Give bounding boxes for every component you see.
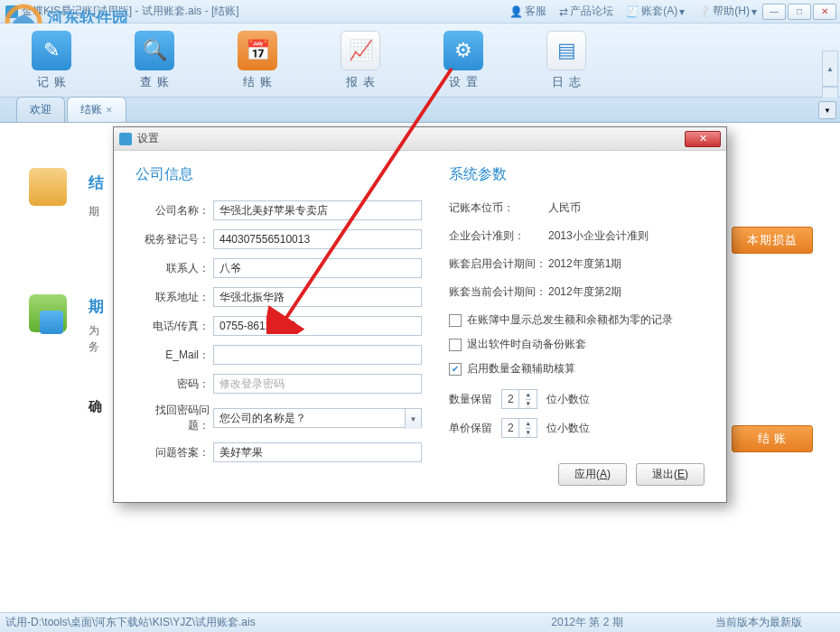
ribbon-record[interactable]: ✎ 记账 [20, 27, 83, 94]
window-close-button[interactable]: ✕ [813, 4, 836, 20]
statusbar-period: 2012年 第 2 期 [497, 615, 677, 630]
value-standard: 2013小企业会计准则 [548, 228, 649, 244]
tabs-dropdown[interactable]: ▼ [818, 101, 836, 119]
label-company: 公司名称 [135, 203, 213, 218]
value-start-period: 2012年度第1期 [548, 256, 621, 272]
label-tax: 税务登记号 [135, 232, 213, 247]
input-answer[interactable] [213, 442, 422, 462]
ribbon-search[interactable]: 🔍 查账 [123, 27, 186, 94]
tab-close-icon[interactable]: ✕ [106, 106, 113, 115]
label-currency: 记账本位币 [449, 200, 548, 216]
label-password: 密码 [135, 376, 213, 392]
window-title: 金蝶KIS易记账[试用版] - 试用账套.ais - [结账] [22, 4, 239, 19]
stepper-qty[interactable]: 2 ▲▼ [501, 389, 537, 409]
ribbon-settings[interactable]: ⚙ 设置 [432, 27, 495, 94]
input-phone[interactable] [213, 316, 422, 336]
bg-text-2: 为 [89, 323, 99, 339]
input-password[interactable] [213, 374, 422, 394]
link-forum[interactable]: ⇄产品论坛 [559, 4, 613, 19]
chevron-down-icon[interactable]: ▼ [405, 409, 421, 429]
combo-question-value: 您公司的名称是？ [219, 411, 306, 426]
dialog-icon [119, 133, 132, 145]
label-qty-pre: 数量保留 [449, 392, 492, 407]
bg-heading-2: 期 [89, 296, 104, 317]
stepper-price-value: 2 [502, 419, 519, 437]
company-info-title: 公司信息 [135, 165, 422, 184]
log-icon: ▤ [546, 31, 586, 70]
card-icon-1 [29, 168, 67, 206]
chart-icon: 📈 [341, 31, 380, 70]
input-tax[interactable] [213, 229, 422, 249]
chevron-down-icon[interactable]: ▼ [526, 400, 531, 409]
chevron-down-icon[interactable]: ▼ [526, 429, 531, 438]
bg-heading-3: 确 [89, 398, 102, 415]
chevron-up-icon[interactable]: ▲ [526, 390, 531, 400]
label-address: 联系地址 [135, 290, 213, 305]
window-maximize-button[interactable]: □ [788, 4, 811, 20]
ribbon-toolbar: ✎ 记账 🔍 查账 📅 结账 📈 报表 ⚙ 设置 ▤ 日志 ▲ ▼ [0, 23, 840, 98]
record-icon: ✎ [32, 31, 71, 70]
profit-loss-button[interactable]: 本期损益 [732, 227, 813, 254]
bg-text-1: 期 [89, 204, 99, 219]
checkbox-auto-backup[interactable]: 退出软件时自动备份账套 [449, 337, 705, 352]
checkbox-icon [449, 339, 462, 351]
window-titlebar: 金蝶KIS易记账[试用版] - 试用账套.ais - [结账] 👤客服 ⇄产品论… [0, 0, 840, 23]
checkbox-icon [449, 314, 462, 327]
checkbox-quantity-amount[interactable]: ✔ 启用数量金额辅助核算 [449, 361, 705, 376]
ribbon-close-period[interactable]: 📅 结账 [226, 27, 289, 94]
stepper-qty-value: 2 [502, 390, 519, 408]
exit-button[interactable]: 退出(E) [636, 463, 705, 486]
calendar-icon: 📅 [238, 31, 277, 70]
settings-dialog: 设置 ✕ 公司信息 公司名称 税务登记号 联系人 联系地址 电话/传 [113, 126, 727, 503]
document-tabsbar: 欢迎 结账 ✕ ▼ [0, 98, 840, 123]
label-price-pre: 单价保留 [449, 421, 492, 436]
combo-question[interactable]: 您公司的名称是？ ▼ [213, 408, 422, 428]
label-start-period: 账套启用会计期间 [449, 256, 548, 272]
statusbar: 试用-D:\tools\桌面\河东下载站\KIS\YJZ\试用账套.ais 20… [0, 612, 840, 632]
input-contact[interactable] [213, 258, 422, 278]
label-question: 找回密码问题 [135, 403, 213, 433]
tab-welcome[interactable]: 欢迎 [16, 97, 65, 122]
bg-heading-1: 结 [89, 172, 104, 193]
label-email: E_Mail [135, 348, 213, 363]
card-icon-2b [40, 311, 63, 334]
value-currency: 人民币 [548, 200, 581, 216]
label-standard: 企业会计准则 [449, 228, 548, 244]
statusbar-version: 当前版本为最新版 [677, 615, 840, 630]
link-accounts[interactable]: 🧾账套(A) ▾ [626, 4, 685, 19]
label-contact: 联系人 [135, 261, 213, 276]
input-company[interactable] [213, 200, 422, 220]
gear-icon: ⚙ [443, 31, 483, 70]
checkbox-show-zero[interactable]: 在账簿中显示总发生额和余额都为零的记录 [449, 312, 705, 328]
dialog-title: 设置 [137, 131, 685, 146]
bg-text-2b: 务 [89, 339, 99, 355]
label-answer: 问题答案 [135, 445, 213, 460]
ribbon-log[interactable]: ▤ 日志 [535, 27, 598, 94]
input-address[interactable] [213, 287, 422, 307]
dialog-close-button[interactable]: ✕ [685, 131, 721, 147]
chevron-up-icon[interactable]: ▲ [526, 419, 531, 429]
dialog-titlebar[interactable]: 设置 ✕ [114, 127, 726, 151]
label-price-post: 位小数位 [546, 421, 590, 436]
label-phone: 电话/传真 [135, 319, 213, 334]
apply-button[interactable]: 应用(A) [558, 463, 627, 486]
input-email[interactable] [213, 345, 422, 365]
label-curr-period: 账套当前会计期间 [449, 284, 548, 300]
statusbar-path: 试用-D:\tools\桌面\河东下载站\KIS\YJZ\试用账套.ais [0, 615, 497, 630]
link-customer-service[interactable]: 👤客服 [509, 4, 546, 19]
closing-button[interactable]: 结 账 [732, 425, 813, 452]
tab-closing[interactable]: 结账 ✕ [67, 97, 126, 122]
checkbox-checked-icon: ✔ [449, 363, 462, 376]
value-curr-period: 2012年度第2期 [548, 284, 621, 300]
app-icon [5, 5, 18, 18]
ribbon-report[interactable]: 📈 报表 [329, 27, 392, 94]
link-help[interactable]: ❔帮助(H) ▾ [697, 4, 757, 19]
system-params-title: 系统参数 [449, 165, 705, 184]
ribbon-scroll-up[interactable]: ▲ [822, 51, 838, 87]
search-icon: 🔍 [135, 31, 174, 70]
stepper-price[interactable]: 2 ▲▼ [501, 418, 537, 438]
label-qty-post: 位小数位 [546, 392, 590, 407]
window-minimize-button[interactable]: — [762, 4, 786, 20]
